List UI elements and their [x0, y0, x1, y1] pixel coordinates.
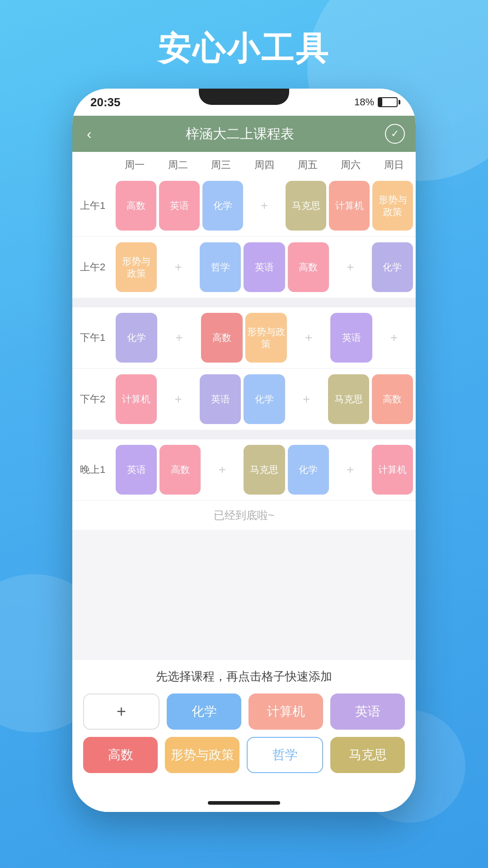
- home-bar: [208, 801, 280, 805]
- cell-pm1-wed[interactable]: 高数: [201, 313, 243, 363]
- course-btn-philosophy[interactable]: 哲学: [247, 737, 323, 773]
- cell-pm2-tue[interactable]: +: [160, 374, 197, 424]
- time-row-am1: 上午1 高数 英语 化学 + 马克思 计算机 形势与政策: [72, 175, 416, 236]
- course-row-1[interactable]: + 化学 计算机 英语: [83, 693, 405, 730]
- status-time: 20:35: [90, 95, 121, 109]
- cell-pm2-wed[interactable]: 英语: [200, 374, 241, 424]
- app-title: 安心小工具: [158, 27, 330, 71]
- cell-eve1-mon[interactable]: 英语: [116, 445, 157, 495]
- cell-am1-fri[interactable]: 马克思: [286, 181, 326, 231]
- cell-eve1-wed[interactable]: +: [203, 445, 241, 495]
- status-right: 18%: [354, 96, 398, 108]
- day-sat: 周六: [329, 158, 373, 172]
- time-label-pm1: 下午1: [72, 331, 113, 344]
- day-headers: 周一 周二 周三 周四 周五 周六 周日: [72, 152, 416, 175]
- check-button[interactable]: ✓: [385, 124, 405, 144]
- cell-am1-thu[interactable]: +: [246, 181, 283, 231]
- time-row-pm2: 下午2 计算机 + 英语 化学 + 马克思 高数: [72, 369, 416, 429]
- add-course-button[interactable]: +: [83, 693, 160, 730]
- cell-eve1-sat[interactable]: +: [332, 445, 369, 495]
- cell-am2-thu[interactable]: 英语: [244, 242, 285, 292]
- home-indicator: [72, 794, 416, 812]
- day-sun: 周日: [372, 158, 416, 172]
- day-mon: 周一: [113, 158, 156, 172]
- battery-fill: [379, 98, 382, 106]
- course-btn-marx[interactable]: 马克思: [330, 737, 405, 773]
- time-label-eve1: 晚上1: [72, 463, 113, 476]
- time-cells-eve1[interactable]: 英语 高数 + 马克思 化学 + 计算机: [113, 445, 416, 495]
- cell-am2-sat[interactable]: +: [332, 242, 369, 292]
- notch: [199, 89, 289, 105]
- cell-pm1-fri[interactable]: +: [290, 313, 328, 363]
- time-cells-pm1[interactable]: 化学 + 高数 形势与政策 + 英语 +: [113, 313, 416, 363]
- day-thu: 周四: [243, 158, 286, 172]
- cell-pm2-sat[interactable]: 马克思: [328, 374, 369, 424]
- time-label-pm2: 下午2: [72, 393, 113, 406]
- cell-am1-sat[interactable]: 计算机: [329, 181, 370, 231]
- course-panel: 先选择课程，再点击格子快速添加 + 化学 计算机 英语 高数 形势与政策 哲学 …: [72, 659, 416, 794]
- time-row-am2: 上午2 形势与政策 + 哲学 英语 高数 + 化学: [72, 237, 416, 297]
- cell-am2-tue[interactable]: +: [160, 242, 197, 292]
- cell-eve1-tue[interactable]: 高数: [160, 445, 201, 495]
- cell-pm1-tue[interactable]: +: [160, 313, 198, 363]
- check-icon: ✓: [391, 128, 399, 140]
- back-button[interactable]: ‹: [83, 122, 95, 146]
- time-cells-am1[interactable]: 高数 英语 化学 + 马克思 计算机 形势与政策: [113, 181, 416, 231]
- time-row-eve1: 晚上1 英语 高数 + 马克思 化学 + 计算机: [72, 439, 416, 500]
- cell-pm2-mon[interactable]: 计算机: [116, 374, 157, 424]
- schedule-body[interactable]: 上午1 高数 英语 化学 + 马克思 计算机 形势与政策 上午2 形势与政策 +…: [72, 175, 416, 659]
- cell-am2-fri[interactable]: 高数: [288, 242, 329, 292]
- day-wed: 周三: [199, 158, 243, 172]
- time-row-pm1: 下午1 化学 + 高数 形势与政策 + 英语 +: [72, 307, 416, 368]
- bottom-text: 已经到底啦~: [72, 501, 416, 530]
- cell-pm1-mon[interactable]: 化学: [116, 313, 157, 363]
- cell-am1-sun[interactable]: 形势与政策: [372, 181, 413, 231]
- course-btn-english[interactable]: 英语: [330, 693, 405, 730]
- cell-am1-tue[interactable]: 英语: [159, 181, 200, 231]
- cell-am2-mon[interactable]: 形势与政策: [116, 242, 157, 292]
- cell-eve1-thu[interactable]: 马克思: [244, 445, 285, 495]
- time-label-am2: 上午2: [72, 261, 113, 274]
- cell-pm1-sat[interactable]: 英语: [330, 313, 372, 363]
- cell-pm1-thu[interactable]: 形势与政策: [245, 313, 287, 363]
- cell-eve1-sun[interactable]: 计算机: [372, 445, 413, 495]
- cell-pm2-thu[interactable]: 化学: [244, 374, 285, 424]
- course-btn-computer[interactable]: 计算机: [249, 693, 323, 730]
- course-btn-situation[interactable]: 形势与政策: [165, 737, 239, 773]
- status-bar: 20:35 18%: [72, 89, 416, 116]
- battery-icon: [378, 97, 398, 107]
- battery-percent: 18%: [354, 96, 374, 108]
- cell-pm2-sun[interactable]: 高数: [372, 374, 413, 424]
- course-btn-chemistry[interactable]: 化学: [167, 693, 241, 730]
- time-cells-pm2[interactable]: 计算机 + 英语 化学 + 马克思 高数: [113, 374, 416, 424]
- cell-eve1-fri[interactable]: 化学: [288, 445, 329, 495]
- day-tue: 周二: [156, 158, 200, 172]
- panel-title: 先选择课程，再点击格子快速添加: [83, 669, 405, 684]
- nav-bar: ‹ 梓涵大二上课程表 ✓: [72, 116, 416, 152]
- cell-am1-wed[interactable]: 化学: [202, 181, 243, 231]
- day-fri: 周五: [286, 158, 329, 172]
- course-row-2[interactable]: 高数 形势与政策 哲学 马克思: [83, 737, 405, 773]
- phone-mockup: 20:35 18% ‹ 梓涵大二上课程表 ✓ 周一 周二 周三 周四 周五 周六…: [72, 89, 416, 812]
- time-label-am1: 上午1: [72, 199, 113, 212]
- cell-am2-sun[interactable]: 化学: [372, 242, 413, 292]
- cell-am2-wed[interactable]: 哲学: [200, 242, 241, 292]
- course-btn-math[interactable]: 高数: [83, 737, 158, 773]
- cell-am1-mon[interactable]: 高数: [116, 181, 156, 231]
- cell-pm2-fri[interactable]: +: [288, 374, 325, 424]
- nav-title: 梓涵大二上课程表: [95, 125, 385, 143]
- time-cells-am2[interactable]: 形势与政策 + 哲学 英语 高数 + 化学: [113, 242, 416, 292]
- cell-pm1-sun[interactable]: +: [375, 313, 413, 363]
